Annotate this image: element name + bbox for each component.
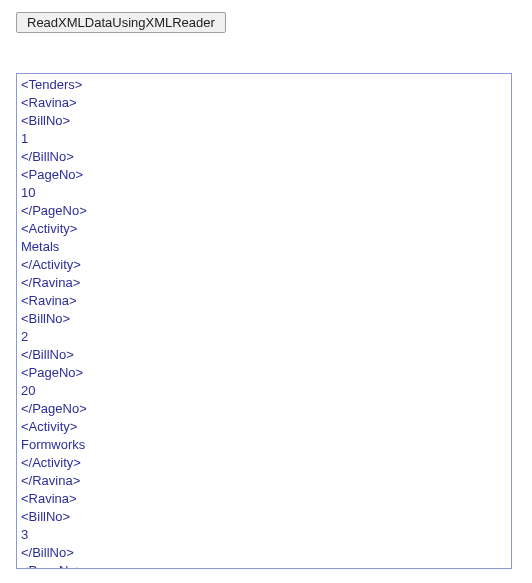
xml-output-textarea[interactable] [16, 73, 512, 569]
spacer [16, 33, 516, 73]
read-xml-button[interactable]: ReadXMLDataUsingXMLReader [16, 12, 226, 33]
